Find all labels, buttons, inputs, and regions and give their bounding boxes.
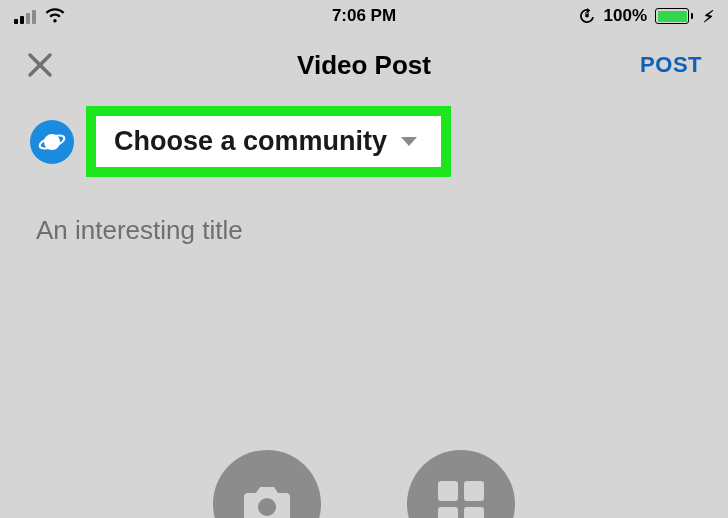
close-button[interactable] xyxy=(26,51,54,79)
status-left xyxy=(14,8,66,24)
post-button[interactable]: POST xyxy=(640,52,702,78)
community-selector[interactable]: Choose a community xyxy=(86,106,451,177)
page-title: Video Post xyxy=(297,50,431,81)
battery-percentage: 100% xyxy=(604,6,647,26)
svg-point-3 xyxy=(258,498,276,516)
community-row: Choose a community xyxy=(0,98,728,177)
wifi-icon xyxy=(44,8,66,24)
gallery-button[interactable] xyxy=(407,450,515,518)
svg-rect-0 xyxy=(585,14,588,17)
planet-icon xyxy=(30,120,74,164)
bottom-actions xyxy=(0,450,728,518)
nav-bar: Video Post POST xyxy=(0,32,728,98)
grid-icon xyxy=(438,481,484,518)
battery-icon xyxy=(655,8,693,24)
chevron-down-icon xyxy=(399,135,419,149)
rotation-lock-icon xyxy=(578,7,596,25)
cellular-signal-icon xyxy=(14,8,36,24)
status-time: 7:06 PM xyxy=(332,6,396,26)
community-selector-label: Choose a community xyxy=(114,126,387,157)
camera-icon xyxy=(242,483,292,518)
camera-button[interactable] xyxy=(213,450,321,518)
status-bar: 7:06 PM 100% ⚡︎ xyxy=(0,0,728,32)
charging-icon: ⚡︎ xyxy=(703,7,714,26)
status-right: 100% ⚡︎ xyxy=(578,6,714,26)
title-input[interactable] xyxy=(0,177,728,254)
